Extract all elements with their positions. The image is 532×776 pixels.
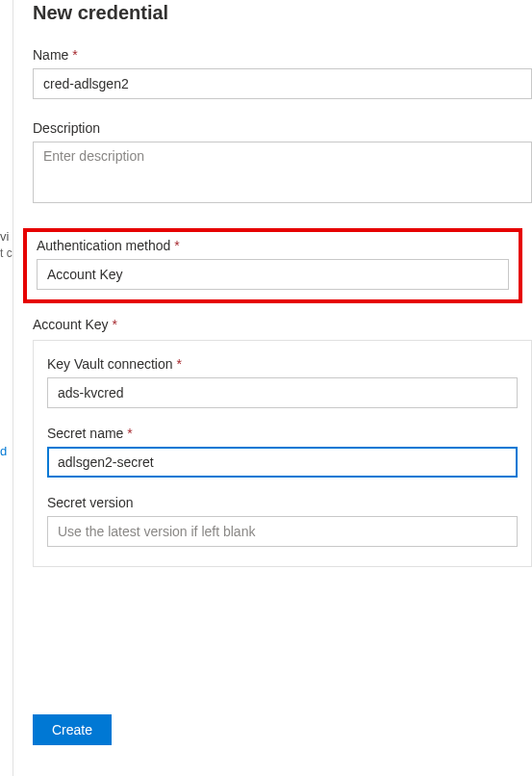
bg-text-3: d xyxy=(0,444,7,458)
secret-name-label: Secret name xyxy=(47,426,518,441)
kv-connection-label: Key Vault connection xyxy=(47,356,518,372)
secret-name-select[interactable] xyxy=(47,447,518,478)
new-credential-panel: New credential Name Description Authenti… xyxy=(13,0,532,776)
auth-method-select[interactable] xyxy=(37,259,509,290)
account-key-section-label: Account Key xyxy=(33,317,532,332)
secret-version-input[interactable] xyxy=(47,516,518,547)
name-field-group: Name xyxy=(33,47,532,99)
description-label: Description xyxy=(33,120,532,136)
kv-connection-select[interactable] xyxy=(47,377,518,408)
create-button[interactable]: Create xyxy=(33,714,112,745)
footer-actions: Create xyxy=(33,714,112,745)
background-panel-fragment: vi t c d xyxy=(0,0,13,776)
name-input[interactable] xyxy=(33,68,532,99)
description-field-group: Description xyxy=(33,120,532,207)
auth-method-field-group: Authentication method xyxy=(37,238,509,290)
description-input[interactable] xyxy=(33,142,532,203)
secret-version-field-group: Secret version xyxy=(47,495,518,547)
auth-method-label: Authentication method xyxy=(37,238,509,253)
bg-text-1: vi xyxy=(0,229,9,244)
bg-text-2: t c xyxy=(0,246,13,260)
kv-connection-field-group: Key Vault connection xyxy=(47,356,518,408)
secret-version-label: Secret version xyxy=(47,495,518,510)
account-key-box: Key Vault connection Secret name Secret … xyxy=(33,340,532,567)
secret-name-field-group: Secret name xyxy=(47,426,518,478)
account-key-section: Account Key Key Vault connection Secret … xyxy=(33,317,532,567)
page-title: New credential xyxy=(33,2,532,24)
auth-method-highlight: Authentication method xyxy=(23,228,522,303)
name-label: Name xyxy=(33,47,532,63)
